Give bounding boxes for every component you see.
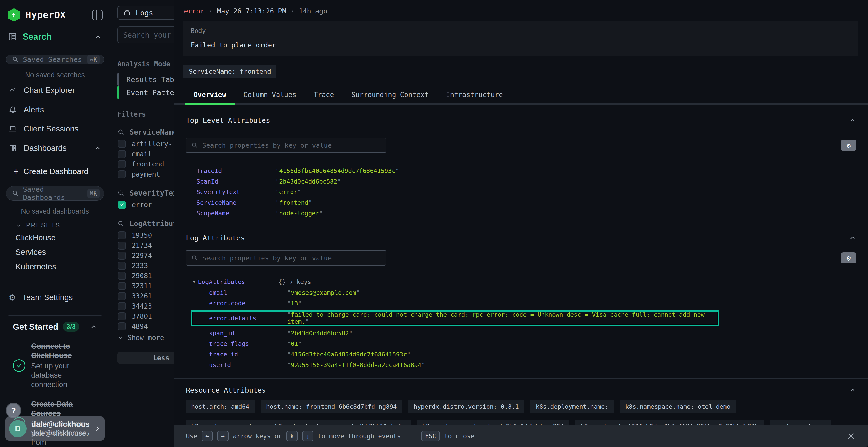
preset-label: Services — [16, 248, 46, 256]
section-settings-button[interactable]: ⚙ — [841, 140, 857, 151]
close-icon[interactable] — [847, 432, 856, 441]
detail-footer: Use ← → arrow keys or k j to move throug… — [174, 425, 868, 447]
tab-surrounding-context[interactable]: Surrounding Context — [343, 88, 437, 103]
collapse-sidebar-icon[interactable] — [92, 10, 103, 20]
section-settings-button[interactable]: ⚙ — [841, 252, 857, 264]
tab-column-values[interactable]: Column Values — [235, 88, 305, 103]
chevron-up-icon[interactable] — [94, 144, 101, 152]
preset-item[interactable]: ClickHouse — [0, 231, 110, 245]
attribute-row-error-details[interactable]: error.details failed to charge card: cou… — [193, 312, 717, 324]
search-icon[interactable] — [117, 190, 125, 197]
create-dashboard-button[interactable]: + Create Dashboard — [0, 160, 110, 179]
chevron-up-icon[interactable] — [90, 323, 97, 331]
attribute-row[interactable]: ScopeName node-logger — [186, 208, 857, 218]
attribute-row[interactable]: trace_flags 01 — [186, 338, 857, 349]
resource-tag[interactable]: k8s.namespace.name: otel-demo — [620, 400, 736, 413]
filter-item-label: email — [132, 150, 152, 158]
checkbox-unchecked[interactable] — [118, 272, 126, 280]
collapse-section-icon[interactable] — [849, 386, 857, 394]
saved-searches-input[interactable]: Saved Searches ⌘K — [6, 55, 104, 64]
checkbox-unchecked[interactable] — [118, 150, 126, 158]
sidebar-item-chart-explorer[interactable]: Chart Explorer — [0, 82, 110, 98]
preset-item[interactable]: Kubernetes — [0, 260, 110, 274]
checkbox-unchecked[interactable] — [118, 282, 126, 290]
attribute-row[interactable]: SpanId 2b43d0c4dd6bc582 — [186, 176, 857, 187]
cmd-k-badge: ⌘K — [87, 55, 100, 64]
sidebar-item-team-settings[interactable]: ⚙ Team Settings — [0, 289, 110, 306]
tab-trace[interactable]: Trace — [305, 88, 343, 103]
search-icon[interactable] — [117, 129, 125, 136]
attribute-row[interactable]: userId 92a55156-39a4-11f0-8ddd-a2eca416a… — [186, 359, 857, 370]
checkbox-unchecked[interactable] — [118, 252, 126, 260]
checkbox-unchecked[interactable] — [118, 262, 126, 270]
resource-tag[interactable]: k8s.deployment.name: — [530, 400, 614, 413]
checkbox-unchecked[interactable] — [118, 140, 126, 148]
user-menu[interactable]: D dale@clickhouse.com dale@clickhouse.co… — [5, 416, 105, 441]
checkbox-unchecked[interactable] — [118, 292, 126, 300]
nav-label: Alerts — [24, 105, 44, 114]
resource-tag[interactable]: hyperdx.distro.version: 0.8.1 — [408, 400, 524, 413]
cmd-k-badge: ⌘K — [87, 189, 100, 198]
checkbox-unchecked[interactable] — [118, 302, 126, 310]
search-icon[interactable] — [117, 220, 125, 227]
chevron-up-icon[interactable] — [94, 33, 102, 40]
sidebar-section-search[interactable]: Search — [0, 22, 110, 47]
attribute-key: email — [209, 289, 287, 296]
filter-item-label: frontend — [132, 160, 164, 168]
top-level-rows: TraceId 4156d3fbc40a64854d9dc7f68641593c… — [186, 166, 857, 218]
properties-search-input[interactable]: Search properties by key or value — [186, 138, 386, 153]
search-placeholder: Search properties by key or value — [202, 254, 332, 262]
severity-badge: error — [184, 7, 204, 15]
checkbox-checked[interactable] — [118, 201, 126, 209]
tab-overview[interactable]: Overview — [185, 88, 235, 103]
attribute-row[interactable]: trace_id 4156d3fbc40a64854d9dc7f68641593… — [186, 349, 857, 359]
logattributes-root-row[interactable]: ▾ LogAttributes {} 7 keys — [186, 276, 857, 287]
search-placeholder: Search properties by key or value — [202, 142, 332, 149]
attribute-value: 92a55156-39a4-11f0-8ddd-a2eca416a8a4 — [287, 362, 425, 369]
resource-tag[interactable]: host.name: frontend-6b6c8d7bfd-ng894 — [261, 400, 402, 413]
step-title: Create Data Sources — [31, 400, 97, 418]
saved-dashboards-input[interactable]: Saved Dashboards ⌘K — [6, 186, 104, 201]
checkbox-unchecked[interactable] — [118, 232, 126, 239]
filter-item-label: 29081 — [132, 272, 152, 280]
attribute-key: trace_flags — [209, 340, 287, 347]
checkbox-unchecked[interactable] — [118, 322, 126, 331]
attribute-row[interactable]: TraceId 4156d3fbc40a64854d9dc7f68641593c — [186, 166, 857, 176]
checkbox-unchecked[interactable] — [118, 242, 126, 249]
tab-infrastructure[interactable]: Infrastructure — [437, 88, 512, 103]
kbd-esc: ESC — [421, 431, 440, 441]
preset-item[interactable]: Services — [0, 245, 110, 260]
sidebar-item-alerts[interactable]: Alerts — [0, 102, 110, 117]
attribute-row[interactable]: email vmoses@example.com — [186, 287, 857, 298]
filter-item-label: 33261 — [132, 292, 152, 300]
attribute-row[interactable]: error.code 13 — [186, 298, 857, 309]
checkbox-unchecked[interactable] — [118, 160, 126, 168]
collapse-section-icon[interactable] — [849, 234, 857, 242]
mode-indicator-active — [117, 86, 119, 99]
section-title: Top Level Attributes — [186, 116, 849, 125]
sidebar-item-client-sessions[interactable]: Client Sessions — [0, 121, 110, 137]
get-started-step[interactable]: Connect to ClickHouse Set up your databa… — [13, 342, 97, 389]
checkbox-unchecked[interactable] — [118, 170, 126, 178]
detail-content: Top Level Attributes Search properties b… — [174, 105, 868, 447]
resource-tag[interactable]: host.arch: amd64 — [186, 400, 255, 413]
attribute-row[interactable]: span_id 2b43d0c4dd6bc582 — [186, 328, 857, 338]
attribute-row[interactable]: ServiceName frontend — [186, 197, 857, 208]
search-section-icon — [8, 33, 17, 41]
caret-down-icon[interactable]: ▾ — [193, 279, 195, 285]
attribute-key: error.details — [209, 315, 287, 322]
footer-text: to move through events — [318, 433, 401, 440]
service-name-tag[interactable]: ServiceName: frontend — [184, 65, 276, 78]
attribute-row[interactable]: SeverityText error — [186, 187, 857, 197]
attribute-value: node-logger — [276, 210, 323, 217]
attribute-key: trace_id — [209, 351, 287, 358]
properties-search-input[interactable]: Search properties by key or value — [186, 250, 386, 266]
filter-item-label: 19350 — [132, 232, 152, 239]
logs-source-icon — [123, 9, 131, 16]
separator: · — [209, 7, 213, 15]
sidebar-item-dashboards[interactable]: Dashboards — [0, 140, 110, 156]
help-button[interactable]: ? — [6, 403, 21, 418]
collapse-section-icon[interactable] — [849, 116, 857, 124]
checkbox-unchecked[interactable] — [118, 312, 126, 320]
presets-toggle[interactable]: PRESETS — [0, 215, 110, 231]
